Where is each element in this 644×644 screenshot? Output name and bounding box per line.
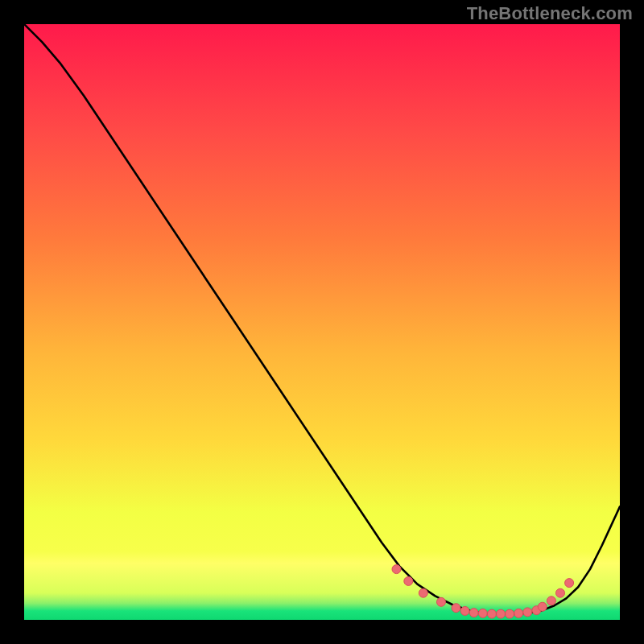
highlight-dot [547, 597, 555, 605]
highlight-dot [419, 588, 427, 597]
highlight-dot [487, 609, 496, 618]
highlight-dot [506, 609, 514, 618]
highlight-dot [514, 609, 523, 617]
highlight-dot [392, 565, 401, 574]
highlight-dot [469, 609, 478, 617]
watermark-text: TheBottleneck.com [467, 3, 633, 24]
bottleneck-chart [24, 24, 620, 620]
highlight-dot [538, 602, 547, 611]
highlight-dot [478, 609, 487, 617]
highlight-dot [556, 588, 565, 597]
highlight-dot [565, 579, 574, 588]
highlight-dot [523, 608, 532, 617]
highlight-dot [452, 604, 460, 613]
highlight-dot [404, 576, 413, 585]
highlight-dot [497, 609, 506, 618]
highlight-dot [460, 606, 469, 615]
highlight-dot [437, 597, 446, 606]
svg-rect-0 [24, 24, 620, 620]
